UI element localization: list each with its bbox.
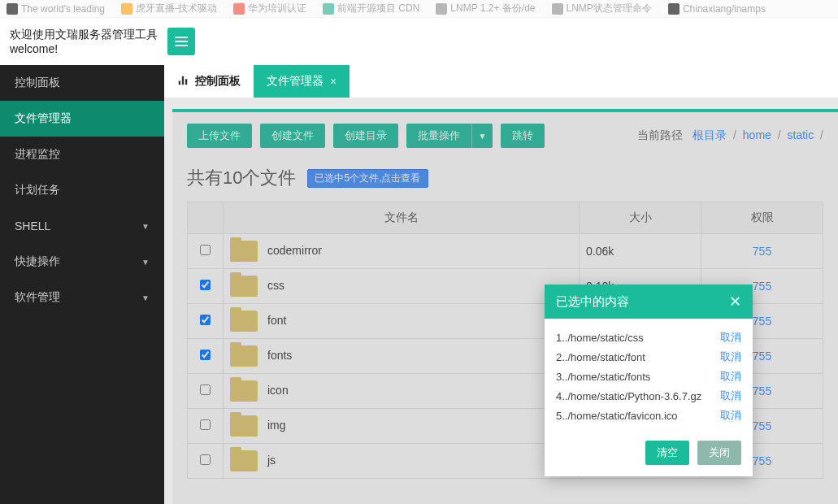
cancel-link[interactable]: 取消: [720, 350, 741, 364]
cancel-link[interactable]: 取消: [720, 408, 741, 423]
bookmark-label: The world's leading: [21, 3, 105, 15]
tab-control-panel[interactable]: 控制面板: [164, 65, 254, 98]
file-name: img: [267, 419, 286, 432]
file-size: 0.06k: [580, 234, 701, 269]
bookmark-label: Chinaxiang/inamps: [683, 3, 766, 15]
modal-footer: 清空 关闭: [545, 432, 753, 476]
cancel-link[interactable]: 取消: [720, 389, 741, 403]
chevron-down-icon: ▼: [141, 222, 150, 231]
bookmark-icon: [121, 3, 132, 15]
sidebar-item[interactable]: 计划任务: [0, 172, 164, 208]
tab-bar: 控制面板 文件管理器 ×: [164, 65, 838, 98]
sidebar-item-label: SHELL: [15, 219, 50, 232]
chevron-down-icon: ▼: [141, 258, 150, 267]
sidebar-item-label: 计划任务: [15, 183, 60, 198]
selected-path: 4../home/static/Python-3.6.7.gz: [556, 390, 701, 402]
row-checkbox[interactable]: [200, 385, 211, 395]
close-button[interactable]: 关闭: [697, 441, 741, 465]
selected-item: 3../home/static/fonts取消: [556, 369, 741, 384]
sidebar-item[interactable]: 软件管理▼: [0, 280, 164, 315]
sidebar-item-label: 文件管理器: [15, 111, 72, 126]
selected-path: 1../home/static/css: [556, 332, 644, 344]
sidebar-item-label: 快捷操作: [15, 254, 60, 269]
breadcrumb-segment[interactable]: home: [743, 128, 771, 141]
tab-file-manager[interactable]: 文件管理器 ×: [254, 65, 350, 98]
close-icon[interactable]: ×: [330, 75, 337, 88]
row-checkbox[interactable]: [200, 315, 211, 325]
bookmark-item[interactable]: 虎牙直播-技术驱动: [121, 2, 217, 15]
bookmark-label: 前端开源项目 CDN: [337, 2, 419, 15]
sidebar-item[interactable]: 控制面板: [0, 65, 164, 101]
bookmark-icon: [668, 3, 680, 15]
breadcrumb-segment[interactable]: 根目录: [693, 128, 727, 141]
upload-button[interactable]: 上传文件: [187, 124, 252, 148]
bookmark-label: LNMP 1.2+ 备份/de: [450, 2, 535, 15]
row-checkbox[interactable]: [200, 280, 211, 290]
close-icon[interactable]: ✕: [729, 293, 741, 311]
cancel-link[interactable]: 取消: [720, 330, 741, 345]
clear-button[interactable]: 清空: [645, 441, 689, 465]
path-bar: 当前路径 根目录 / home / static /: [637, 128, 823, 143]
sidebar-toggle-button[interactable]: [167, 28, 195, 55]
sidebar-item-label: 进程监控: [15, 147, 60, 162]
breadcrumb: 根目录 / home / static /: [689, 128, 823, 143]
bookmark-item[interactable]: The world's leading: [7, 3, 105, 15]
sidebar-item-label: 控制面板: [15, 76, 60, 90]
row-checkbox[interactable]: [200, 350, 211, 360]
bookmark-item[interactable]: LNMP状态管理命令: [552, 2, 652, 15]
selected-badge[interactable]: 已选中5个文件,点击查看: [307, 169, 428, 188]
file-perm[interactable]: 755: [753, 385, 771, 398]
col-perm: 权限: [701, 202, 823, 234]
file-perm[interactable]: 755: [753, 419, 771, 432]
bookmark-item[interactable]: 前端开源项目 CDN: [323, 2, 419, 15]
folder-icon: [230, 450, 258, 471]
sidebar: 控制面板文件管理器进程监控计划任务SHELL▼快捷操作▼软件管理▼: [0, 65, 164, 504]
file-perm[interactable]: 755: [753, 280, 771, 293]
file-name: icon: [267, 384, 289, 397]
listing-title: 共有10个文件: [187, 166, 296, 190]
file-perm[interactable]: 755: [753, 350, 771, 363]
welcome-line1: 欢迎使用文瑞服务器管理工具: [10, 27, 158, 41]
batch-button[interactable]: 批量操作: [406, 124, 471, 148]
col-name: 文件名: [224, 202, 580, 234]
bookmark-icon: [7, 3, 18, 15]
bookmark-item[interactable]: Chinaxiang/inamps: [668, 3, 766, 15]
create-file-button[interactable]: 创建文件: [260, 124, 325, 148]
chevron-down-icon[interactable]: ▼: [471, 124, 493, 148]
create-dir-button[interactable]: 创建目录: [333, 124, 398, 148]
bookmark-icon: [436, 3, 447, 15]
row-checkbox[interactable]: [200, 419, 211, 430]
selected-item: 1../home/static/css取消: [556, 330, 741, 345]
folder-icon: [230, 311, 258, 332]
selected-item: 4../home/static/Python-3.6.7.gz取消: [556, 389, 741, 403]
file-perm[interactable]: 755: [753, 315, 771, 328]
bookmark-label: 虎牙直播-技术驱动: [136, 2, 217, 15]
row-checkbox[interactable]: [200, 245, 211, 255]
batch-dropdown[interactable]: 批量操作 ▼: [406, 124, 493, 148]
row-checkbox[interactable]: [200, 454, 211, 465]
file-perm[interactable]: 755: [753, 245, 771, 258]
sidebar-item[interactable]: 进程监控: [0, 137, 164, 172]
bookmark-label: LNMP状态管理命令: [567, 2, 652, 15]
col-size: 大小: [580, 202, 701, 234]
sidebar-item[interactable]: 快捷操作▼: [0, 244, 164, 280]
sidebar-item[interactable]: 文件管理器: [0, 101, 164, 137]
file-name: fonts: [267, 349, 292, 362]
cancel-link[interactable]: 取消: [720, 369, 741, 384]
bookmark-item[interactable]: 华为培训认证: [233, 2, 306, 15]
selected-item: 2../home/static/font取消: [556, 350, 741, 364]
selected-path: 5../home/static/favicon.ico: [556, 410, 678, 422]
jump-button[interactable]: 跳转: [501, 124, 545, 148]
bookmark-icon: [233, 3, 245, 15]
toolbar: 上传文件 创建文件 创建目录 批量操作 ▼ 跳转 当前路径 根目录 / home…: [187, 124, 823, 148]
breadcrumb-segment[interactable]: static: [788, 128, 814, 141]
sidebar-item[interactable]: SHELL▼: [0, 208, 164, 244]
table-row[interactable]: codemirror0.06k755: [188, 234, 823, 269]
file-name: font: [267, 314, 286, 327]
folder-icon: [230, 345, 258, 367]
file-perm[interactable]: 755: [753, 454, 771, 467]
bookmark-item[interactable]: LNMP 1.2+ 备份/de: [436, 2, 535, 15]
modal-body: 1../home/static/css取消2../home/static/fon…: [545, 319, 753, 432]
browser-bookmarks-bar: The world's leading虎牙直播-技术驱动华为培训认证前端开源项目…: [0, 0, 838, 18]
folder-icon: [230, 241, 258, 262]
